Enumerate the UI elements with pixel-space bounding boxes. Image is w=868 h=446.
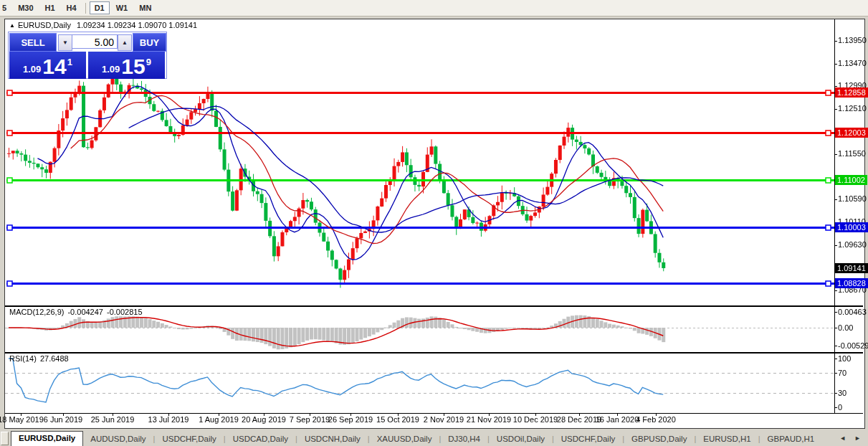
price-axis-tick: 1.13950 (838, 36, 867, 44)
arrow-up-icon: ▲ (122, 39, 128, 46)
date-axis-tick: 16 Jan 2020 (596, 415, 639, 424)
volume-input[interactable] (72, 34, 118, 49)
macd-axis-tick: 0.00463 (838, 308, 867, 316)
date-axis-tick: 20 Aug 2019 (242, 415, 286, 424)
date-axis-tick: 1 Aug 2019 (199, 415, 239, 424)
timeframe-button-mn[interactable]: MN (134, 1, 156, 14)
volume-increase-button[interactable]: ▲ (118, 34, 132, 51)
timeframe-button-d1[interactable]: D1 (90, 1, 110, 14)
timeframe-toolbar: 5M30H1H4D1W1MN (0, 0, 868, 16)
rsi-value: 27.6488 (40, 354, 69, 363)
price-axis-tick: 1.10590 (838, 194, 867, 203)
buy-price-big: 15 (121, 56, 145, 77)
tab-xauusd-daily[interactable]: XAUUSD,Daily (370, 432, 439, 446)
price-level-badge: 1.09141 (835, 263, 868, 273)
date-axis-tick: 10 Dec 2019 (513, 415, 558, 424)
toolbar-separator (85, 3, 86, 14)
sell-price-sup: 1 (67, 57, 72, 67)
date-axis-tick: 25 Jun 2019 (91, 415, 135, 424)
sell-button[interactable]: SELL (9, 33, 57, 52)
tab-usdcnh-daily[interactable]: USDCNH,Daily (297, 432, 368, 446)
price-level-badge: 1.11002 (835, 175, 867, 185)
chart-ohlc-values: 1.09234 1.09234 1.09070 1.09141 (77, 21, 197, 29)
timeframe-button-5[interactable]: 5 (0, 1, 11, 14)
chart-canvas[interactable] (5, 19, 863, 427)
macd-axis-tick: 0.00 (838, 323, 853, 332)
date-axis-tick: 21 Nov 2019 (467, 415, 511, 424)
chart-title: ▲EURUSD,Daily1.09234 1.09234 1.09070 1.0… (9, 21, 197, 29)
tab-eurusd-h1[interactable]: EURUSD,H1 (696, 432, 758, 446)
price-level-badge: 1.08828 (835, 278, 868, 288)
timeframe-button-w1[interactable]: W1 (111, 1, 133, 14)
macd-axis-tick: -0.005299 (838, 341, 868, 350)
tab-scroll-right-icon[interactable]: ► (850, 433, 865, 443)
buy-button[interactable]: BUY (133, 33, 166, 52)
rsi-indicator-label: RSI(14)27.6488 (9, 354, 72, 363)
buy-price-small: 1.09 (102, 64, 120, 75)
price-axis-tick: 1.13470 (838, 59, 867, 67)
tab-gbpusd-daily[interactable]: GBPUSD,Daily (624, 432, 694, 446)
price-axis-tick: 1.12510 (838, 104, 867, 113)
symbol-tab-bar: EURUSD,DailyAUDUSD,Daily|USDCHF,Daily|US… (0, 430, 868, 446)
tab-usdchf-daily[interactable]: USDCHF,Daily (155, 432, 223, 446)
tab-usdoil-daily[interactable]: USDOil,Daily (490, 432, 552, 446)
buy-price-sup: 9 (146, 57, 151, 67)
tab-eurusd-daily[interactable]: EURUSD,Daily (11, 431, 83, 446)
collapse-arrow-icon[interactable]: ▲ (9, 22, 15, 29)
tab-audusd-daily[interactable]: AUDUSD,Daily (83, 432, 153, 446)
volume-decrease-button[interactable]: ▼ (58, 34, 72, 51)
rsi-axis-tick: 0 (838, 403, 842, 412)
date-axis-tick: 13 Jul 2019 (148, 415, 189, 424)
date-axis-tick: 15 Oct 2019 (376, 415, 419, 424)
arrow-down-icon: ▼ (62, 39, 68, 46)
tab-usdchf-daily[interactable]: USDCHF,Daily (554, 432, 622, 446)
macd-value: -0.004247 (67, 308, 103, 316)
buy-quote-button[interactable]: 1.09159 (88, 52, 165, 79)
date-axis-tick: 7 Sep 2019 (290, 415, 330, 424)
date-axis-tick: 4 Feb 2020 (636, 415, 676, 424)
rsi-name: RSI(14) (9, 354, 37, 363)
tab-usdcad-daily[interactable]: USDCAD,Daily (226, 432, 295, 446)
price-level-badge: 1.12003 (835, 128, 868, 138)
tab-scroll-arrows: ◄► (835, 430, 868, 446)
tab-dj30-h4[interactable]: DJ30,H4 (441, 432, 487, 446)
macd-name: MACD(12,26,9) (9, 308, 64, 316)
timeframe-button-h1[interactable]: H1 (40, 1, 60, 14)
price-level-badge: 1.10003 (835, 222, 868, 232)
tab-scroll-left-icon[interactable]: ◄ (835, 433, 850, 443)
date-axis-tick: 18 May 2019 (0, 415, 44, 424)
tab-gbpaud-h1[interactable]: GBPAUD,H1 (760, 432, 822, 446)
chart-symbol-label: EURUSD,Daily (18, 21, 71, 29)
sell-quote-button[interactable]: 1.09141 (9, 52, 86, 79)
sell-price-small: 1.09 (23, 64, 41, 75)
rsi-axis-tick: 30 (838, 389, 846, 397)
macd-signal-value: -0.002815 (107, 308, 143, 316)
rsi-axis-tick: 100 (838, 354, 851, 363)
date-axis-tick: 26 Sep 2019 (328, 415, 373, 424)
price-axis-tick: 1.09630 (838, 240, 867, 249)
timeframe-button-h4[interactable]: H4 (62, 1, 82, 14)
sell-price-big: 14 (42, 56, 66, 77)
price-level-badge: 1.12858 (835, 87, 868, 98)
date-axis-tick: 6 Jun 2019 (44, 415, 82, 424)
date-axis-tick: 2 Nov 2019 (424, 415, 464, 424)
macd-indicator-label: MACD(12,26,9)-0.004247-0.002815 (9, 308, 146, 316)
rsi-axis-tick: 70 (838, 369, 846, 377)
one-click-trade-panel: SELL ▼ ▲ BUY 1.09141 1.09159 (8, 32, 167, 79)
tabbar-grip[interactable] (1, 432, 9, 445)
price-axis-tick: 1.11550 (838, 149, 866, 158)
timeframe-button-m30[interactable]: M30 (13, 1, 38, 14)
chart-window: ▲EURUSD,Daily1.09234 1.09234 1.09070 1.0… (4, 19, 865, 429)
